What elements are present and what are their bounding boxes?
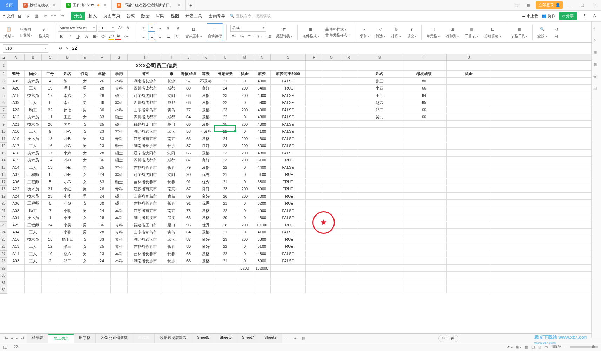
col-header[interactable]: E xyxy=(76,54,93,60)
cell[interactable]: 0 xyxy=(236,99,253,106)
cell[interactable]: 山东省青岛市 xyxy=(128,193,163,200)
cell[interactable]: FALSE xyxy=(271,121,306,128)
comma-icon[interactable]: ᵒᵒᵒ xyxy=(247,33,254,40)
cell[interactable]: 专科 xyxy=(111,236,128,243)
cell[interactable]: 等级 xyxy=(197,71,214,77)
copy-button[interactable]: ⎘ 复制 ▾ xyxy=(20,33,33,38)
cell[interactable]: 及格 xyxy=(197,121,214,128)
cell[interactable] xyxy=(447,150,491,157)
cell[interactable]: 200 xyxy=(236,157,253,164)
row-header[interactable]: 18 xyxy=(0,186,7,193)
cell[interactable] xyxy=(111,272,128,279)
cell[interactable]: 小吴 xyxy=(59,222,76,229)
cell[interactable]: 及格 xyxy=(197,164,214,171)
cell[interactable] xyxy=(163,272,180,279)
cell[interactable] xyxy=(306,186,323,192)
cell[interactable] xyxy=(402,150,447,157)
cell[interactable]: 24 xyxy=(93,258,111,264)
cell[interactable]: 64 xyxy=(402,92,447,99)
cell[interactable] xyxy=(340,99,357,106)
cell[interactable]: 专科 xyxy=(111,243,128,250)
cell[interactable]: 23 xyxy=(214,107,236,113)
cell[interactable]: 赵六 xyxy=(59,251,76,257)
cell[interactable]: 福建省厦门市 xyxy=(128,121,163,128)
cell[interactable]: 孙七 xyxy=(59,107,76,113)
cell[interactable] xyxy=(402,121,447,128)
cell[interactable]: 长春 xyxy=(163,179,180,185)
view-page-icon[interactable]: ▢ xyxy=(531,345,535,349)
cell[interactable] xyxy=(402,251,447,257)
cell[interactable]: 30 xyxy=(93,107,111,113)
cond-format[interactable]: ▦条件格式 ▾ xyxy=(301,23,321,41)
cell[interactable]: 小张 xyxy=(59,229,76,236)
cell[interactable]: 90 xyxy=(180,171,197,178)
cell[interactable]: 0 xyxy=(236,243,253,250)
cell[interactable]: A09 xyxy=(7,99,25,106)
cell[interactable] xyxy=(402,243,447,250)
cell[interactable]: 优秀 xyxy=(197,171,214,178)
strike-icon[interactable]: A̶ xyxy=(83,33,90,40)
cell[interactable] xyxy=(357,128,402,135)
font-color-icon[interactable]: A▾ xyxy=(115,33,121,40)
cell[interactable] xyxy=(340,107,357,113)
cell[interactable] xyxy=(7,272,25,279)
cell[interactable]: 22 xyxy=(214,128,236,135)
cell[interactable]: 22 xyxy=(214,114,236,120)
cell[interactable] xyxy=(447,78,491,85)
cell[interactable]: 4400 xyxy=(253,164,271,171)
cell[interactable] xyxy=(340,236,357,243)
sheet-first-icon[interactable]: I◂ xyxy=(5,336,8,340)
cell[interactable]: 4300 xyxy=(253,251,271,257)
cell[interactable] xyxy=(340,251,357,257)
cell[interactable]: 200 xyxy=(236,193,253,200)
cell[interactable] xyxy=(447,251,491,257)
cell[interactable] xyxy=(306,114,323,120)
cell[interactable]: 及格 xyxy=(197,92,214,99)
cell[interactable] xyxy=(447,128,491,135)
cell[interactable]: A07 xyxy=(7,171,25,178)
close-icon[interactable]: ✕ xyxy=(177,3,180,7)
cell[interactable]: 小E xyxy=(59,164,76,171)
cut-button[interactable]: ✂ 剪切 xyxy=(20,27,31,32)
cell[interactable]: 89 xyxy=(180,193,197,200)
cell[interactable] xyxy=(340,272,357,279)
cell[interactable] xyxy=(402,157,447,164)
cell[interactable] xyxy=(357,164,402,171)
cell[interactable]: 奖金 xyxy=(236,71,253,77)
cell[interactable] xyxy=(402,171,447,178)
cell[interactable]: 工人 xyxy=(25,243,42,250)
view-grid-icon[interactable]: ⊞ ▾ xyxy=(516,345,521,349)
cell[interactable]: 及格 xyxy=(197,207,214,214)
cell[interactable] xyxy=(357,258,402,264)
select-all-corner[interactable]: ◢ xyxy=(0,54,7,61)
cell[interactable]: 姓名 xyxy=(357,71,402,77)
cell[interactable]: 吉林省长春市 xyxy=(128,164,163,171)
row-header[interactable]: 29 xyxy=(0,265,7,272)
cell[interactable]: 0 xyxy=(236,114,253,120)
cell[interactable]: FALSE xyxy=(271,92,306,99)
cell[interactable]: 辽宁省沈阳市 xyxy=(128,150,163,157)
sheet-last-icon[interactable]: ▸I xyxy=(21,336,24,340)
cell[interactable]: 132000 xyxy=(253,265,271,272)
cell[interactable]: 技术员 xyxy=(25,236,42,243)
cell[interactable] xyxy=(76,272,93,279)
cell[interactable]: 12 xyxy=(42,243,59,250)
cell[interactable]: 小B xyxy=(59,135,76,142)
cell[interactable] xyxy=(306,200,323,207)
cell[interactable]: 64 xyxy=(180,229,197,236)
cell[interactable]: 王五 xyxy=(357,92,402,99)
cell[interactable]: 28 xyxy=(93,92,111,99)
cell[interactable]: 工人 xyxy=(25,128,42,135)
cell[interactable] xyxy=(340,164,357,171)
cell[interactable] xyxy=(340,157,357,164)
cell[interactable]: TRUE xyxy=(271,200,306,207)
cell[interactable]: 女 xyxy=(76,128,93,135)
cell[interactable] xyxy=(180,265,197,272)
cell[interactable]: 23 xyxy=(214,143,236,149)
cell[interactable]: 33 xyxy=(93,114,111,120)
cell[interactable]: FALSE xyxy=(271,214,306,221)
cell[interactable]: 年龄 xyxy=(93,71,111,77)
cell[interactable]: 及格 xyxy=(197,258,214,264)
cell[interactable]: 本科 xyxy=(111,99,128,106)
sum-button[interactable]: Σ求和 ▾ xyxy=(358,23,371,41)
